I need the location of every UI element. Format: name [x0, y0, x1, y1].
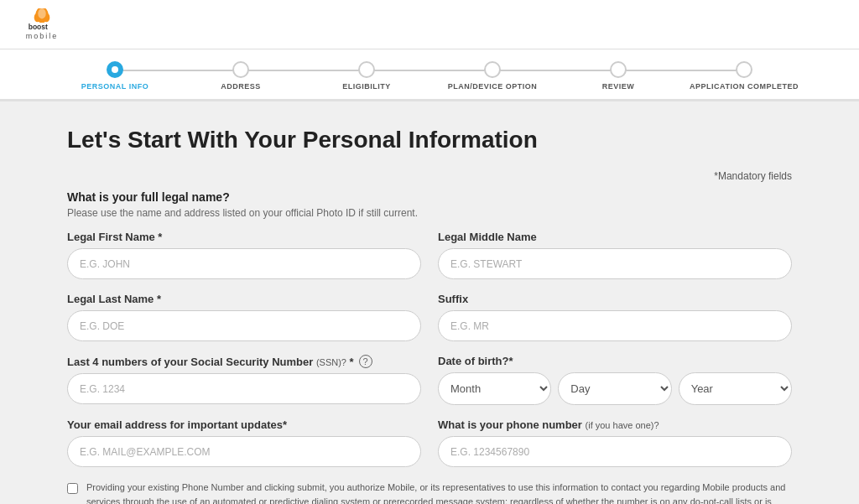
- first-name-input[interactable]: [67, 248, 421, 279]
- name-question: What is your full legal name?: [67, 190, 792, 204]
- step-circle-review: [610, 61, 627, 78]
- step-circle-eligibility: [358, 61, 375, 78]
- mandatory-note: *Mandatory fields: [67, 170, 792, 182]
- ssn-label-row: Last 4 numbers of your Social Security N…: [67, 355, 421, 368]
- dob-day-select[interactable]: Day: [558, 372, 671, 405]
- step-circle-address: [232, 61, 249, 78]
- first-name-label: Legal First Name *: [67, 231, 421, 243]
- ssn-label-main: Last 4 numbers of your Social Security N…: [67, 356, 354, 368]
- email-input[interactable]: [67, 436, 421, 467]
- first-name-group: Legal First Name *: [67, 231, 421, 279]
- step-circle-personal-info: [107, 61, 123, 78]
- step-address[interactable]: ADDRESS: [178, 61, 304, 91]
- step-circle-plan-device: [484, 61, 501, 78]
- page-title: Let's Start With Your Personal Informati…: [67, 127, 792, 153]
- step-label-personal-info: PERSONAL INFO: [81, 82, 148, 91]
- name-hint: Please use the name and address listed o…: [67, 207, 792, 219]
- authorization-text: Providing your existing Phone Number and…: [86, 481, 792, 504]
- step-label-plan-device: PLAN/DEVICE OPTION: [448, 82, 538, 91]
- step-eligibility[interactable]: ELIGIBILITY: [304, 61, 430, 91]
- step-personal-info[interactable]: PERSONAL INFO: [52, 61, 178, 91]
- phone-label: What is your phone number (if you have o…: [438, 418, 792, 431]
- boost-mobile-logo-icon: boost: [25, 8, 59, 32]
- middle-name-label: Legal Middle Name: [438, 231, 792, 243]
- name-row-2: Legal Last Name * Suffix: [67, 293, 792, 341]
- middle-name-input[interactable]: [438, 248, 792, 279]
- dob-month-select[interactable]: Month January February March April May J…: [438, 372, 551, 405]
- logo: boost mobile: [25, 8, 59, 40]
- step-review[interactable]: REVIEW: [555, 61, 681, 91]
- suffix-group: Suffix: [438, 293, 792, 341]
- dob-label: Date of birth?*: [438, 355, 792, 367]
- ssn-help-icon[interactable]: ?: [359, 355, 372, 368]
- logo-mobile-text: mobile: [26, 32, 59, 40]
- middle-name-group: Legal Middle Name: [438, 231, 792, 279]
- step-label-review: REVIEW: [602, 82, 635, 91]
- step-label-completed: APPLICATION COMPLETED: [690, 82, 799, 91]
- last-name-input[interactable]: [67, 310, 421, 341]
- name-row-1: Legal First Name * Legal Middle Name: [67, 231, 792, 279]
- phone-label-main: What is your phone number: [438, 418, 582, 431]
- ssn-dob-row: Last 4 numbers of your Social Security N…: [67, 355, 792, 405]
- dob-year-select[interactable]: Year: [679, 372, 792, 405]
- phone-input[interactable]: [438, 436, 792, 467]
- ssn-group: Last 4 numbers of your Social Security N…: [67, 355, 421, 404]
- authorization-checkbox[interactable]: [67, 483, 78, 494]
- progress-bar: PERSONAL INFO ADDRESS ELIGIBILITY PLAN/D…: [0, 49, 859, 101]
- last-name-label: Legal Last Name *: [67, 293, 421, 305]
- step-label-eligibility: ELIGIBILITY: [342, 82, 391, 91]
- svg-point-3: [38, 8, 45, 18]
- step-circle-completed: [736, 61, 752, 78]
- email-group: Your email address for important updates…: [67, 418, 421, 467]
- ssn-input[interactable]: [67, 373, 421, 404]
- svg-text:boost: boost: [29, 23, 48, 31]
- phone-group: What is your phone number (if you have o…: [438, 418, 792, 467]
- last-name-group: Legal Last Name *: [67, 293, 421, 341]
- suffix-input[interactable]: [438, 310, 792, 341]
- phone-label-sub: (if you have one)?: [586, 420, 659, 430]
- email-phone-row: Your email address for important updates…: [67, 418, 792, 467]
- dob-selects: Month January February March April May J…: [438, 372, 792, 405]
- dob-group: Date of birth?* Month January February M…: [438, 355, 792, 405]
- step-plan-device[interactable]: PLAN/DEVICE OPTION: [430, 61, 555, 91]
- email-label: Your email address for important updates…: [67, 418, 421, 431]
- header: boost mobile: [0, 0, 859, 49]
- main-content: Let's Start With Your Personal Informati…: [0, 101, 859, 504]
- authorization-checkbox-row: Providing your existing Phone Number and…: [67, 481, 792, 504]
- step-label-address: ADDRESS: [221, 82, 261, 91]
- ssn-label-abbr: (SSN)?: [316, 357, 346, 367]
- step-completed[interactable]: APPLICATION COMPLETED: [681, 61, 807, 91]
- suffix-label: Suffix: [438, 293, 792, 305]
